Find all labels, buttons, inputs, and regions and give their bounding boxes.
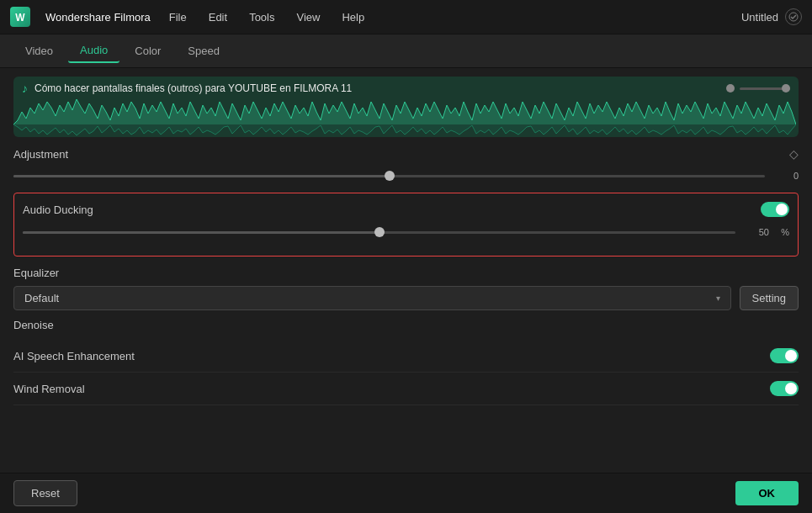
equalizer-title: Equalizer xyxy=(13,267,59,279)
ai-speech-toggle[interactable] xyxy=(770,348,799,363)
menu-edit[interactable]: Edit xyxy=(205,9,231,25)
audio-ducking-slider-track xyxy=(23,231,735,234)
equalizer-section: Equalizer Default ▾ Setting xyxy=(13,267,799,310)
audio-ducking-slider-container[interactable] xyxy=(23,224,735,241)
wind-removal-label: Wind Removal xyxy=(13,383,85,395)
denoise-title: Denoise xyxy=(13,319,54,331)
audio-ducking-value: 50 xyxy=(744,227,769,237)
app-name: Wondershare Filmora xyxy=(45,11,151,24)
diamond-icon[interactable]: ◇ xyxy=(789,147,799,161)
adjustment-section: Adjustment ◇ 0 xyxy=(13,147,799,184)
audio-ducking-section: Audio Ducking 50 % xyxy=(13,193,799,256)
audio-ducking-unit: % xyxy=(778,227,789,237)
audio-ducking-slider-fill xyxy=(23,231,379,234)
audio-ducking-header: Audio Ducking xyxy=(23,202,789,217)
volume-dot xyxy=(726,84,735,93)
equalizer-header: Equalizer xyxy=(13,267,799,279)
tab-audio[interactable]: Audio xyxy=(68,39,119,63)
ai-speech-enhancement-row: AI Speech Enhancement xyxy=(13,340,799,373)
adjustment-slider-track xyxy=(13,175,765,177)
title-bar: W Wondershare Filmora File Edit Tools Vi… xyxy=(0,0,812,34)
wind-removal-toggle[interactable] xyxy=(770,381,799,396)
waveform-section: ♪ Cómo hacer pantallas finales (outros) … xyxy=(13,77,799,137)
wind-removal-row: Wind Removal xyxy=(13,373,799,405)
audio-ducking-toggle[interactable] xyxy=(761,202,789,217)
menu-view[interactable]: View xyxy=(293,9,323,25)
checkmark-icon xyxy=(788,12,799,22)
track-title: Cómo hacer pantallas finales (outros) pa… xyxy=(34,82,352,94)
volume-control[interactable] xyxy=(726,84,790,93)
audio-ducking-slider-thumb[interactable] xyxy=(374,227,385,237)
audio-ducking-slider-row: 50 % xyxy=(23,224,789,241)
chevron-down-icon: ▾ xyxy=(716,294,720,303)
volume-line xyxy=(740,87,790,90)
app-logo-icon: W xyxy=(10,7,30,27)
adjustment-slider-thumb[interactable] xyxy=(385,171,395,181)
tab-speed[interactable]: Speed xyxy=(176,40,231,62)
adjustment-header: Adjustment ◇ xyxy=(13,147,799,161)
adjustment-value: 0 xyxy=(773,171,799,181)
equalizer-select[interactable]: Default ▾ xyxy=(13,286,731,310)
menu-help[interactable]: Help xyxy=(338,9,368,25)
project-status-icon[interactable] xyxy=(785,8,802,25)
adjustment-slider-row: 0 xyxy=(13,167,799,184)
equalizer-row: Default ▾ Setting xyxy=(13,286,799,310)
audio-ducking-title: Audio Ducking xyxy=(23,204,93,216)
equalizer-setting-button[interactable]: Setting xyxy=(740,286,799,310)
menu-tools[interactable]: Tools xyxy=(246,9,278,25)
main-content: ♪ Cómo hacer pantallas finales (outros) … xyxy=(0,68,812,513)
adjustment-title: Adjustment xyxy=(13,148,68,161)
waveform-header: ♪ Cómo hacer pantallas finales (outros) … xyxy=(13,77,799,100)
equalizer-selected-option: Default xyxy=(24,292,59,304)
svg-text:W: W xyxy=(15,12,25,24)
title-bar-right: Untitled xyxy=(741,8,802,25)
menu-file[interactable]: File xyxy=(166,9,190,25)
ai-speech-label: AI Speech Enhancement xyxy=(13,350,135,362)
title-bar-left: W Wondershare Filmora File Edit Tools Vi… xyxy=(10,7,368,27)
denoise-header: Denoise xyxy=(13,319,799,331)
tab-video[interactable]: Video xyxy=(13,40,65,62)
ok-button[interactable]: OK xyxy=(735,481,799,505)
waveform-visualization: // Inline waveform generation via SVG re… xyxy=(13,95,796,137)
music-icon: ♪ xyxy=(22,82,28,95)
bottom-bar: Reset OK xyxy=(0,473,812,513)
tabs-bar: Video Audio Color Speed xyxy=(0,34,812,68)
tab-color[interactable]: Color xyxy=(123,40,172,62)
reset-button[interactable]: Reset xyxy=(13,480,77,506)
adjustment-slider-fill xyxy=(13,175,390,177)
denoise-section: Denoise xyxy=(13,319,799,331)
adjustment-slider-container[interactable] xyxy=(13,167,765,184)
project-title: Untitled xyxy=(741,11,778,24)
